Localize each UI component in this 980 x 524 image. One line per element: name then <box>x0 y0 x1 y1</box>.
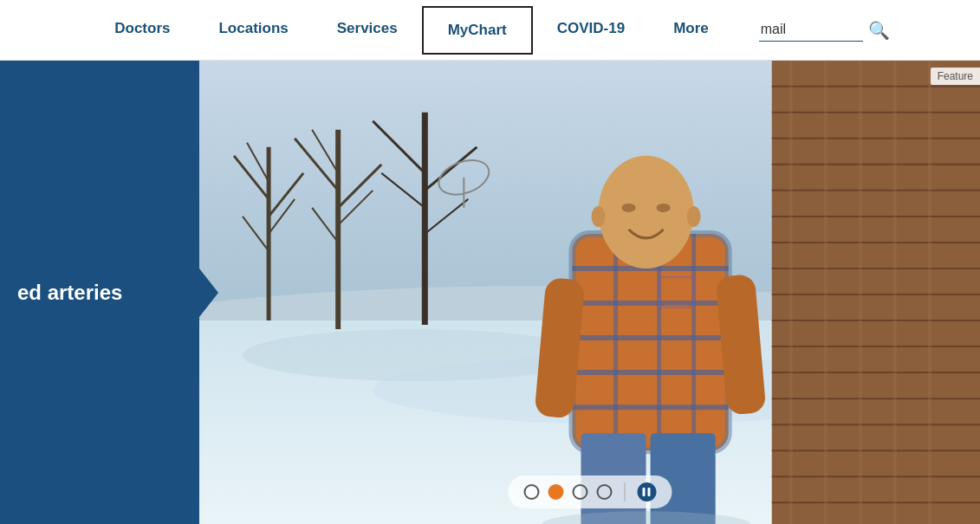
feature-badge: Feature <box>931 68 980 85</box>
svg-point-61 <box>599 156 694 268</box>
carousel-pause-button[interactable] <box>637 482 656 501</box>
search-input[interactable] <box>759 18 863 42</box>
svg-rect-42 <box>789 61 793 524</box>
navigation-bar: Doctors Locations Services MyChart COVID… <box>0 0 980 61</box>
carousel-divider <box>624 482 625 501</box>
hero-image: Feature <box>199 61 980 524</box>
nav-links: Doctors Locations Services MyChart COVID… <box>90 0 733 61</box>
carousel-dot-4[interactable] <box>596 484 612 500</box>
pause-bar-left <box>643 488 646 496</box>
svg-point-63 <box>657 204 671 212</box>
nav-item-services[interactable]: Services <box>313 0 422 61</box>
carousel-dot-2[interactable] <box>548 484 563 500</box>
main-area: ed arteries <box>0 61 980 524</box>
svg-point-65 <box>687 206 701 227</box>
nav-item-covid19[interactable]: COVID-19 <box>533 0 649 61</box>
panel-text: ed arteries <box>0 279 182 306</box>
nav-item-mychart[interactable]: MyChart <box>422 6 533 55</box>
svg-rect-24 <box>772 61 980 524</box>
search-icon[interactable]: 🔍 <box>868 20 890 41</box>
pause-icon <box>643 488 651 496</box>
nav-item-doctors[interactable]: Doctors <box>90 0 194 61</box>
nav-item-locations[interactable]: Locations <box>194 0 312 61</box>
svg-point-64 <box>592 206 606 227</box>
svg-point-62 <box>622 204 636 212</box>
carousel-controls <box>508 475 672 508</box>
svg-rect-44 <box>859 61 862 524</box>
svg-rect-45 <box>893 61 897 524</box>
svg-rect-43 <box>824 61 827 524</box>
hero-scene-svg <box>199 61 980 524</box>
search-container: 🔍 <box>759 18 890 42</box>
carousel-dot-3[interactable] <box>572 484 587 500</box>
pause-bar-right <box>648 488 651 496</box>
nav-item-more[interactable]: More <box>649 0 733 61</box>
left-panel: ed arteries <box>0 61 199 524</box>
carousel-dot-1[interactable] <box>523 484 539 500</box>
svg-rect-46 <box>928 61 931 524</box>
